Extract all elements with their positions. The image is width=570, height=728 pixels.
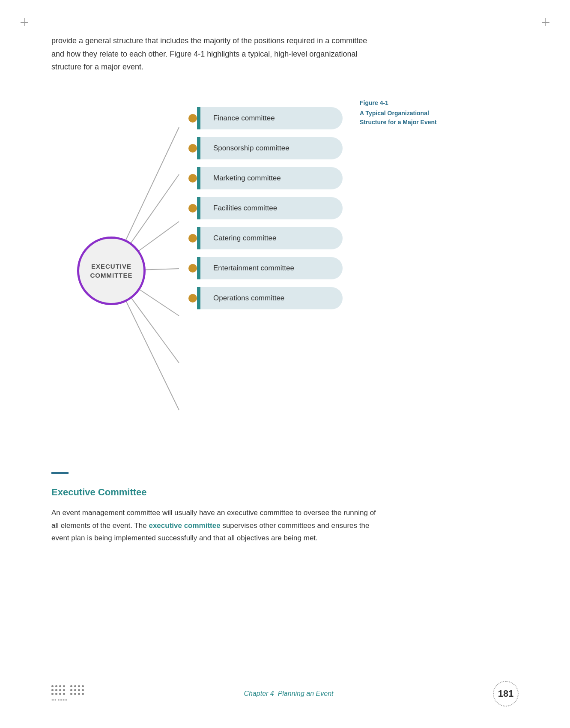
exec-circle: EXECUTIVE COMMITTEE bbox=[77, 237, 146, 305]
body-text-bold: executive committee bbox=[149, 521, 220, 530]
footer-chapter: Chapter 4 Planning an Event bbox=[244, 690, 333, 698]
corner-mark-br bbox=[549, 707, 557, 715]
separator-line bbox=[51, 472, 69, 474]
figure-area: EXECUTIVE COMMITTEE Finance committee bbox=[51, 95, 519, 446]
corner-mark-tr bbox=[549, 13, 557, 21]
corner-mark-bl bbox=[13, 707, 21, 715]
exec-circle-text: EXECUTIVE COMMITTEE bbox=[90, 262, 133, 280]
footer-chapter-text: Chapter 4 bbox=[244, 690, 274, 697]
tick-tr-h bbox=[542, 22, 549, 23]
intro-text: provide a general structure that include… bbox=[51, 34, 377, 74]
figure-caption-desc: A Typical Organizational Structure for a… bbox=[360, 109, 454, 127]
corner-mark-tl bbox=[13, 13, 21, 21]
footer-page-number: 181 bbox=[493, 681, 519, 707]
dot-grid-left bbox=[51, 685, 66, 695]
footer-chapter-italic: Planning an Event bbox=[278, 690, 334, 697]
footer-dots bbox=[51, 685, 84, 695]
footer-logo: ••• •••••• bbox=[51, 685, 84, 702]
figure-caption-title: Figure 4-1 bbox=[360, 99, 454, 106]
body-text: An event management committee will usual… bbox=[51, 506, 377, 545]
diagram-container: EXECUTIVE COMMITTEE Finance committee bbox=[51, 95, 343, 446]
footer-publisher-text: ••• •••••• bbox=[51, 697, 68, 702]
page: provide a general structure that include… bbox=[0, 0, 570, 728]
tick-tl-v bbox=[24, 18, 25, 26]
footer: ••• •••••• Chapter 4 Planning an Event 1… bbox=[51, 681, 519, 707]
figure-caption: Figure 4-1 A Typical Organizational Stru… bbox=[360, 95, 454, 127]
tick-tr-v bbox=[545, 18, 546, 26]
section-heading: Executive Committee bbox=[51, 487, 519, 498]
dot-grid-right bbox=[70, 685, 84, 695]
